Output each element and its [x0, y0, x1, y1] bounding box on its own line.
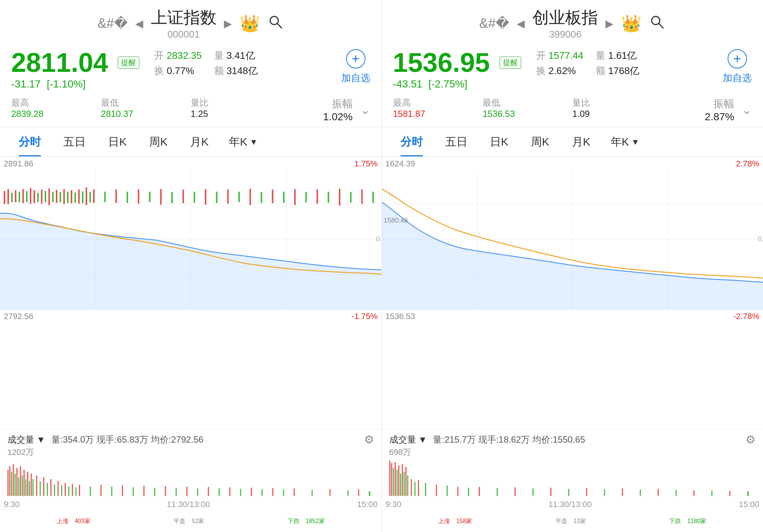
svg-rect-33 — [104, 192, 106, 202]
left-alert-btn[interactable]: 提醒 — [118, 57, 139, 69]
svg-rect-96 — [186, 487, 187, 496]
left-chart-svg: 0.00% — [0, 169, 382, 312]
svg-rect-85 — [75, 487, 76, 496]
svg-rect-51 — [305, 192, 307, 203]
left-crown-icon[interactable]: 👑 — [240, 14, 260, 33]
svg-rect-60 — [9, 466, 10, 496]
right-volume-label-btn[interactable]: 成交量 ▼ — [389, 434, 427, 446]
svg-rect-30 — [86, 187, 87, 205]
right-nav-next[interactable]: ▶ — [605, 17, 614, 30]
right-tab-fenshi[interactable]: 分时 — [389, 128, 434, 156]
svg-rect-154 — [711, 491, 712, 496]
left-stat-up: 上涨 403家 — [57, 517, 91, 525]
svg-rect-147 — [586, 488, 587, 496]
svg-rect-28 — [78, 189, 80, 204]
svg-rect-8 — [4, 191, 5, 204]
svg-rect-53 — [328, 192, 329, 203]
right-header: &#� ◀ 创业板指 399006 ▶ 👑 — [382, 0, 763, 43]
right-nav-prev2[interactable]: ◀ — [517, 17, 525, 30]
svg-rect-84 — [72, 484, 73, 496]
right-settings-icon[interactable]: ⚙ — [745, 433, 756, 446]
left-tab-fenshi[interactable]: 分时 — [7, 128, 52, 156]
svg-rect-62 — [13, 464, 14, 496]
left-settings-icon[interactable]: ⚙ — [364, 433, 374, 446]
left-change-pct: [-1.10%] — [47, 78, 85, 90]
right-amplitude: 振幅 2.87% ⌄ — [662, 97, 752, 123]
right-tab-zhouk[interactable]: 周K — [520, 128, 561, 156]
svg-rect-101 — [240, 489, 241, 496]
left-nav-prev2[interactable]: ◀ — [135, 17, 143, 30]
svg-rect-67 — [22, 475, 23, 496]
right-nav-prev[interactable]: &#� — [479, 16, 509, 31]
left-price-details: 开 2832.35 量 3.41亿 换 0.77% 额 3148亿 — [154, 49, 326, 77]
left-search-icon[interactable] — [267, 14, 284, 34]
right-vol-top: 698万 — [389, 446, 756, 459]
right-crown-icon[interactable]: 👑 — [621, 14, 642, 33]
left-vol-arrow: ▼ — [37, 434, 45, 445]
svg-rect-34 — [115, 189, 117, 203]
svg-rect-38 — [160, 189, 162, 205]
svg-rect-81 — [61, 485, 62, 496]
svg-rect-104 — [272, 488, 273, 496]
left-add-self[interactable]: + 加自选 — [341, 49, 370, 85]
svg-rect-21 — [52, 192, 54, 202]
right-stat-down: 下跌 1180家 — [669, 517, 706, 525]
svg-rect-24 — [63, 189, 65, 204]
left-tab-zhouk[interactable]: 周K — [138, 128, 179, 156]
left-tab-wuri[interactable]: 五日 — [52, 128, 97, 156]
svg-rect-13 — [22, 189, 24, 203]
right-expand-icon[interactable]: ⌄ — [742, 103, 752, 117]
left-volume-label-btn[interactable]: 成交量 ▼ — [7, 434, 45, 446]
svg-rect-66 — [20, 466, 21, 496]
right-stat-flat: 平盘 13家 — [555, 517, 586, 525]
right-low: 最低 1536.53 — [482, 97, 572, 123]
svg-rect-149 — [622, 488, 623, 496]
left-tab-bar: 分时 五日 日K 周K 月K 年K ▼ — [0, 128, 382, 157]
svg-rect-43 — [216, 192, 218, 203]
svg-rect-146 — [568, 489, 569, 496]
svg-rect-36 — [138, 189, 139, 204]
right-panel: &#� ◀ 创业板指 399006 ▶ 👑 1536.95 提醒 — [382, 0, 763, 511]
left-tab-niank[interactable]: 年K ▼ — [220, 128, 267, 156]
right-vol-ratio: 量比 1.09 — [572, 97, 662, 123]
left-expand-icon[interactable]: ⌄ — [360, 103, 370, 117]
right-open-label: 开 1577.44 — [536, 49, 588, 62]
right-tab-niank[interactable]: 年K ▼ — [602, 128, 649, 156]
right-alert-btn[interactable]: 提醒 — [500, 57, 521, 69]
right-time-labels: 9:30 11:30/13:00 15:00 — [382, 498, 763, 511]
right-stat-up: 上涨 158家 — [438, 517, 472, 525]
svg-rect-144 — [532, 488, 534, 496]
svg-rect-129 — [402, 464, 403, 496]
svg-rect-133 — [411, 479, 412, 496]
left-volume-header: 成交量 ▼ 量:354.0万 现手:65.83万 均价:2792.56 ⚙ — [7, 433, 374, 446]
right-search-icon[interactable] — [649, 14, 665, 34]
svg-rect-87 — [90, 487, 91, 496]
svg-rect-40 — [183, 189, 184, 203]
left-nav-prev[interactable]: &#� — [98, 16, 128, 31]
svg-rect-52 — [317, 189, 318, 204]
svg-rect-148 — [604, 489, 605, 496]
right-tab-wuri[interactable]: 五日 — [434, 128, 479, 156]
left-price-value: 2811.04 — [11, 49, 108, 76]
svg-rect-130 — [403, 472, 405, 496]
svg-rect-69 — [25, 479, 26, 496]
svg-rect-25 — [67, 192, 69, 203]
right-turnover-label: 换 2.62% — [536, 64, 588, 77]
left-low: 最低 2810.37 — [101, 97, 191, 123]
svg-rect-37 — [149, 192, 151, 202]
left-change-abs: -31.17 — [11, 78, 41, 90]
left-nav-next[interactable]: ▶ — [224, 17, 232, 30]
svg-rect-108 — [329, 489, 330, 496]
svg-rect-56 — [361, 189, 363, 204]
svg-rect-123 — [391, 463, 392, 496]
svg-rect-135 — [418, 480, 419, 496]
svg-rect-139 — [457, 487, 458, 496]
right-add-label: 加自选 — [723, 71, 752, 85]
right-tab-yuek[interactable]: 月K — [561, 128, 602, 156]
svg-rect-39 — [171, 192, 173, 203]
left-tab-rik[interactable]: 日K — [97, 128, 138, 156]
svg-rect-26 — [71, 190, 72, 203]
left-tab-yuek[interactable]: 月K — [179, 128, 220, 156]
right-tab-rik[interactable]: 日K — [479, 128, 520, 156]
right-add-self[interactable]: + 加自选 — [723, 49, 752, 85]
